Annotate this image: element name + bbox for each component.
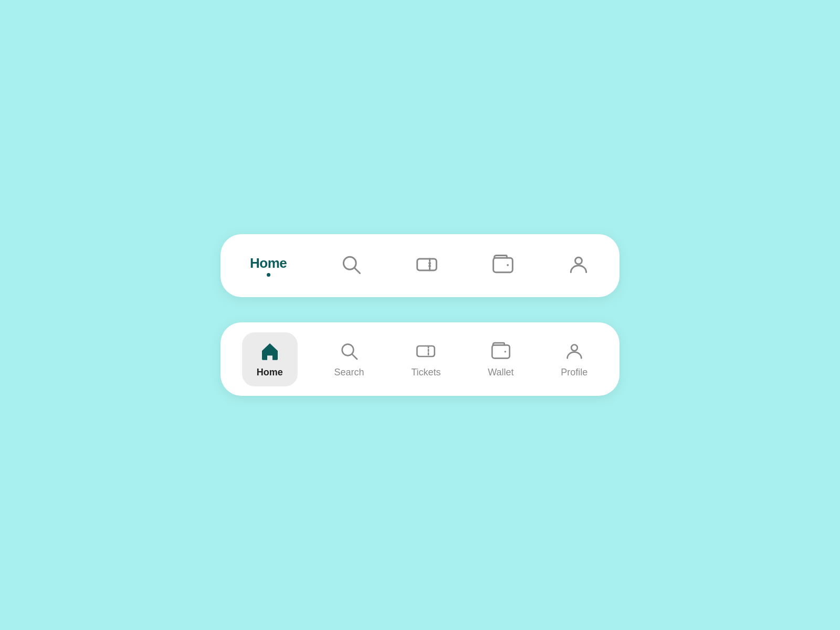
nav-item-home[interactable]: Home — [250, 255, 287, 277]
tickets-icon-labeled — [415, 341, 436, 364]
svg-rect-11 — [492, 345, 509, 358]
nav-item-tickets-labeled[interactable]: Tickets — [401, 334, 451, 384]
wallet-icon-labeled — [490, 341, 511, 364]
svg-line-8 — [352, 354, 357, 359]
profile-nav-label: Profile — [561, 367, 587, 378]
home-label: Home — [250, 255, 287, 271]
tickets-icon — [415, 253, 438, 278]
nav-bar-labeled: Home Search Tickets Wallet — [220, 322, 620, 396]
profile-icon-labeled — [564, 341, 585, 364]
search-icon-labeled — [339, 341, 360, 364]
nav-item-search-labeled[interactable]: Search — [323, 334, 374, 384]
svg-rect-9 — [417, 346, 435, 356]
svg-rect-2 — [417, 259, 437, 270]
svg-line-1 — [354, 268, 360, 273]
nav-item-tickets[interactable] — [415, 253, 438, 278]
wallet-nav-label: Wallet — [488, 367, 513, 378]
nav-item-home-active[interactable]: Home — [242, 332, 298, 386]
nav-item-profile[interactable] — [567, 253, 590, 278]
home-nav-label: Home — [257, 367, 283, 378]
nav-item-wallet[interactable] — [491, 253, 514, 278]
svg-point-12 — [504, 351, 506, 352]
home-active-dot — [267, 273, 270, 277]
profile-icon — [567, 253, 590, 278]
home-filled-icon — [259, 341, 280, 364]
search-icon — [340, 253, 363, 278]
wallet-icon — [491, 253, 514, 278]
nav-bar-simple: Home — [220, 234, 620, 297]
svg-point-13 — [571, 344, 578, 351]
nav-item-profile-labeled[interactable]: Profile — [550, 334, 598, 384]
nav-item-search[interactable] — [340, 253, 363, 278]
svg-point-3 — [429, 262, 430, 264]
svg-rect-5 — [493, 258, 512, 272]
nav-item-wallet-labeled[interactable]: Wallet — [477, 334, 524, 384]
tickets-nav-label: Tickets — [411, 367, 440, 378]
search-nav-label: Search — [334, 367, 364, 378]
svg-point-4 — [429, 266, 430, 267]
svg-point-6 — [575, 257, 582, 264]
